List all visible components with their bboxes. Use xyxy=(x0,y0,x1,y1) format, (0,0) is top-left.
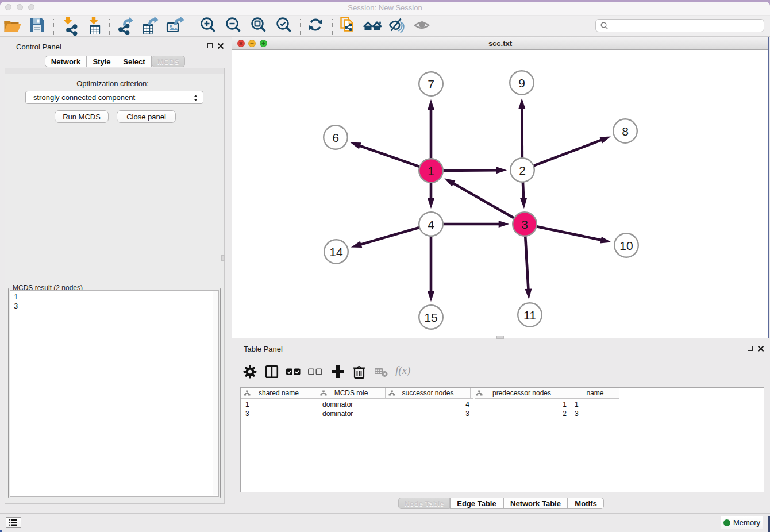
svg-text:3: 3 xyxy=(521,218,528,231)
svg-text:2: 2 xyxy=(519,164,526,177)
svg-text:10: 10 xyxy=(619,239,633,252)
svg-text:11: 11 xyxy=(523,309,536,322)
svg-text:8: 8 xyxy=(622,125,629,138)
svg-text:4: 4 xyxy=(428,218,434,231)
svg-text:1: 1 xyxy=(428,164,434,178)
svg-text:15: 15 xyxy=(424,311,437,324)
svg-text:9: 9 xyxy=(518,76,525,90)
svg-text:7: 7 xyxy=(428,78,434,91)
svg-text:6: 6 xyxy=(332,131,339,144)
svg-text:14: 14 xyxy=(329,245,343,259)
